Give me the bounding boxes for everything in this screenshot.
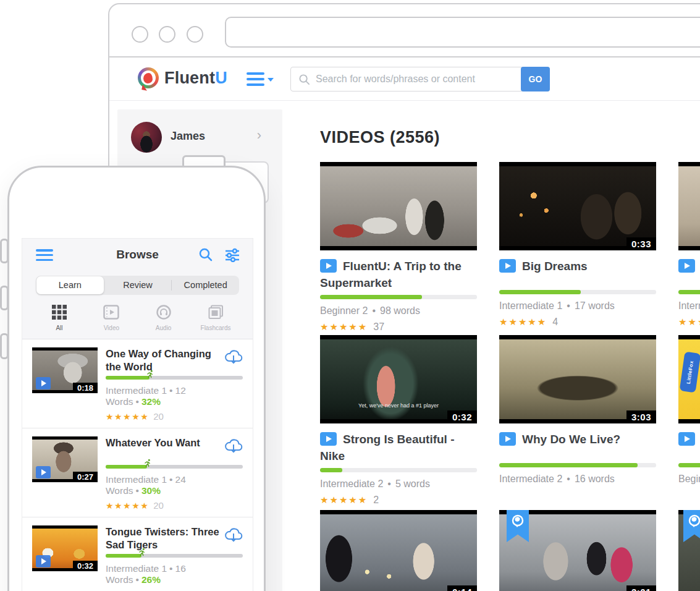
video-thumbnail[interactable]: 3:01 bbox=[499, 510, 656, 591]
video-thumbnail[interactable]: 0:27 bbox=[32, 436, 98, 482]
runner-icon bbox=[146, 370, 154, 378]
list-item[interactable]: 0:27 Whatever You Want Intermediate 1•24… bbox=[22, 428, 253, 517]
progress-bar bbox=[106, 554, 243, 558]
search-field[interactable]: Search for words/phrases or content GO bbox=[290, 67, 550, 91]
video-thumbnail[interactable] bbox=[320, 162, 477, 250]
progress-bar bbox=[678, 463, 700, 467]
video-meta: Beginner 2•98 words bbox=[320, 305, 477, 317]
video-thumbnail[interactable]: 0:14 bbox=[320, 510, 477, 591]
chevron-right-icon[interactable]: › bbox=[257, 127, 261, 143]
video-title: Why Do We Live? bbox=[522, 433, 620, 446]
video-thumbnail[interactable]: 0:32 bbox=[32, 525, 98, 571]
video-thumbnail[interactable]: LittleFox bbox=[678, 335, 700, 423]
duration-badge: 0:14 bbox=[447, 585, 477, 591]
star-rating: ★★★★★20 bbox=[106, 411, 243, 422]
grid-icon bbox=[40, 304, 79, 321]
tab-review[interactable]: Review bbox=[104, 276, 172, 295]
runner-icon bbox=[143, 459, 152, 467]
video-thumbnail[interactable]: 3:03 bbox=[499, 335, 656, 423]
play-icon bbox=[36, 555, 51, 568]
search-icon bbox=[298, 74, 310, 85]
window-control-icon[interactable] bbox=[132, 26, 148, 43]
content-type-filters: All Video Audio Flashcards bbox=[40, 304, 235, 331]
video-card[interactable]: 3:03 Why Do We Live? Intermediate 2•16 w… bbox=[499, 335, 656, 485]
stars-icon: ★★★★★ bbox=[499, 317, 547, 327]
video-title: FluentU: A Trip to the Supermarket bbox=[320, 260, 462, 289]
browser-chrome bbox=[109, 4, 700, 57]
video-card[interactable]: Yet, we've never had a #1 player0:32 Str… bbox=[320, 335, 477, 506]
star-rating: ★★★★★20 bbox=[106, 500, 243, 511]
play-icon bbox=[36, 466, 51, 478]
video-thumbnail[interactable]: Yet, we've never had a #1 player0:32 bbox=[320, 335, 477, 423]
user-name: James bbox=[171, 130, 205, 143]
segmented-control: Learn Review Completed bbox=[36, 276, 239, 295]
filter-all[interactable]: All bbox=[40, 304, 79, 331]
filter-audio[interactable]: Audio bbox=[144, 304, 183, 331]
go-button[interactable]: GO bbox=[521, 67, 550, 91]
video-meta: Intermediate 1•24 Words•30% bbox=[106, 474, 243, 496]
duration-badge: 0:27 bbox=[73, 472, 98, 482]
video-meta: Interm bbox=[678, 300, 700, 312]
play-icon bbox=[678, 432, 695, 446]
video-title: Tongue Twisters: Three Sad Tigers bbox=[106, 525, 243, 553]
fluentu-marketing-composite: FluentU Search for words/phrases or cont… bbox=[0, 0, 700, 591]
list-item[interactable]: 0:18 One Way of Changing the World Inter… bbox=[22, 339, 253, 428]
duration-badge: 0:18 bbox=[73, 383, 98, 393]
main-menu-button[interactable] bbox=[247, 71, 275, 88]
phone-screen: Browse Learn Review Completed All bbox=[22, 238, 253, 591]
runner-icon bbox=[138, 548, 146, 556]
video-thumbnail[interactable] bbox=[678, 510, 700, 591]
video-card[interactable] bbox=[678, 510, 700, 591]
star-rating: ★★★★★2 bbox=[320, 495, 477, 506]
filter-sliders-icon[interactable] bbox=[224, 247, 240, 262]
play-icon bbox=[320, 432, 337, 446]
phone-video-list: 0:18 One Way of Changing the World Inter… bbox=[22, 339, 253, 591]
stars-icon: ★★★★★ bbox=[106, 412, 149, 422]
window-control-icon[interactable] bbox=[159, 26, 175, 43]
video-meta: Intermediate 1•16 Words•26% bbox=[106, 563, 243, 585]
video-card[interactable]: LittleFox W Begin bbox=[678, 335, 700, 485]
stars-icon: ★★★ bbox=[678, 317, 700, 327]
video-card[interactable]: 0:14 bbox=[320, 510, 477, 591]
video-meta: Intermediate 2•16 words bbox=[499, 474, 656, 485]
video-title: Whatever You Want bbox=[106, 436, 243, 464]
thumbnail-caption: Yet, we've never had a #1 player bbox=[320, 402, 477, 409]
duration-badge: 3:01 bbox=[626, 585, 656, 591]
video-thumbnail[interactable]: 0:33 bbox=[499, 162, 656, 250]
video-card[interactable]: 0:33 Big Dreams Intermediate 1•17 words … bbox=[499, 162, 656, 328]
window-control-icon[interactable] bbox=[187, 26, 203, 43]
download-cloud-icon[interactable] bbox=[224, 349, 243, 365]
star-rating: ★★★★★4 bbox=[499, 317, 656, 328]
video-card[interactable]: 3:01 bbox=[499, 510, 656, 591]
play-icon bbox=[320, 259, 337, 273]
filter-flashcards[interactable]: Flashcards bbox=[196, 304, 235, 331]
video-meta: Intermediate 1•17 words bbox=[499, 300, 656, 312]
page-title: VIDEOS (2556) bbox=[320, 128, 440, 147]
list-item[interactable]: 0:32 Tongue Twisters: Three Sad Tigers I… bbox=[22, 517, 253, 591]
search-icon[interactable] bbox=[198, 247, 213, 262]
logo-wordmark: FluentU bbox=[164, 69, 227, 88]
flashcards-icon bbox=[196, 304, 235, 321]
duration-badge: 3:03 bbox=[626, 410, 656, 423]
progress-bar bbox=[106, 376, 243, 380]
video-card[interactable]: FluentU: A Trip to the Supermarket Begin… bbox=[320, 162, 477, 333]
tab-learn[interactable]: Learn bbox=[36, 276, 104, 294]
url-bar[interactable] bbox=[225, 17, 700, 48]
download-cloud-icon[interactable] bbox=[224, 527, 243, 543]
progress-bar bbox=[106, 465, 243, 469]
download-cloud-icon[interactable] bbox=[224, 438, 243, 454]
avatar[interactable] bbox=[131, 122, 162, 153]
video-thumbnail[interactable] bbox=[678, 162, 700, 250]
chevron-down-icon bbox=[268, 78, 274, 82]
duration-badge: 0:32 bbox=[73, 561, 98, 571]
play-icon bbox=[678, 259, 695, 273]
progress-bar bbox=[320, 468, 477, 472]
fluentu-logo[interactable]: FluentU bbox=[138, 67, 227, 88]
filter-video[interactable]: Video bbox=[91, 304, 131, 331]
video-meta: Begin bbox=[678, 474, 700, 485]
video-card[interactable]: 3 Interm ★★★ bbox=[678, 162, 700, 328]
video-thumbnail[interactable]: 0:18 bbox=[32, 347, 98, 393]
progress-bar bbox=[320, 295, 477, 299]
phone-navbar: Browse bbox=[22, 239, 253, 271]
tab-completed[interactable]: Completed bbox=[172, 276, 239, 295]
